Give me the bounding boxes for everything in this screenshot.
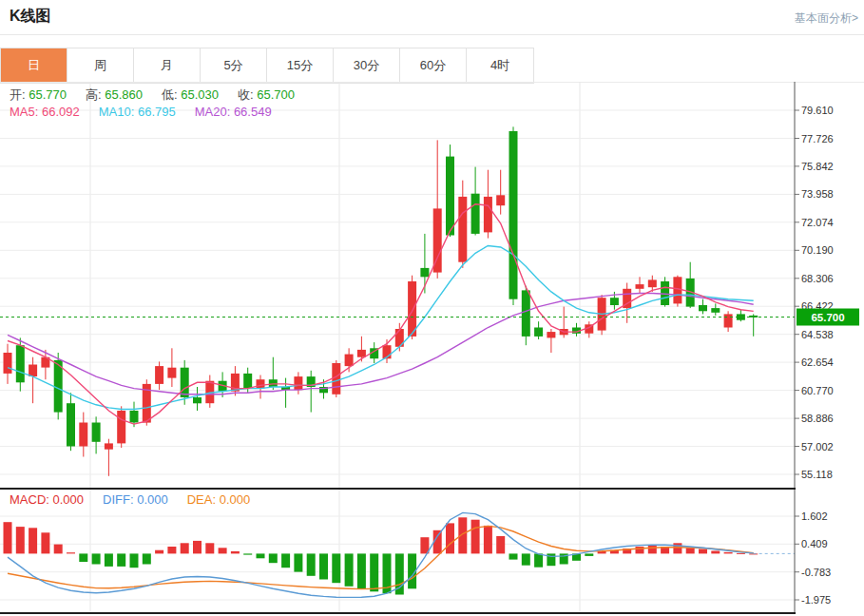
macd-histogram [4,517,758,594]
svg-text:62.654: 62.654 [801,356,834,368]
ohlc-item-0: 开: 65.770 [10,87,67,102]
price-badge: 65.700 [797,309,859,326]
macd-item-2: DEA: 0.000 [187,492,251,507]
ma-item-1: MA10: 66.795 [99,105,176,119]
macd-item-1: DIFF: 0.000 [103,492,168,507]
ohlc-item-3: 收: 65.700 [238,87,295,102]
ma-info-row: MA5: 66.092MA10: 66.795MA20: 66.549 [10,105,291,119]
svg-text:65.700: 65.700 [811,312,844,323]
ma-item-0: MA5: 66.092 [10,105,80,119]
svg-text:60.770: 60.770 [801,385,834,396]
macd-axis-labels: 1.6020.409-0.783-1.975 [801,510,831,606]
svg-text:1.602: 1.602 [801,510,828,522]
y-axis-labels: 79.61077.72675.84273.95872.07470.19068.3… [801,105,834,480]
svg-text:57.002: 57.002 [801,441,834,452]
svg-text:72.074: 72.074 [801,217,834,228]
ohlc-info-row: 开: 65.770高: 65.860低: 65.030收: 65.700 [10,87,314,104]
svg-text:64.538: 64.538 [801,329,834,340]
vertical-gridlines [90,82,580,612]
svg-text:55.118: 55.118 [801,469,833,480]
svg-text:-0.783: -0.783 [801,567,831,578]
ohlc-item-1: 高: 65.860 [86,87,143,102]
svg-text:68.306: 68.306 [801,273,834,284]
ma20-line [8,294,754,395]
ma-item-2: MA20: 66.549 [195,105,272,119]
macd-item-0: MACD: 0.000 [10,492,84,507]
svg-text:73.958: 73.958 [801,188,834,200]
svg-text:75.842: 75.842 [801,161,834,172]
ohlc-item-2: 低: 65.030 [162,87,219,102]
svg-text:77.726: 77.726 [801,133,834,144]
svg-text:79.610: 79.610 [801,105,834,116]
macd-info-row: MACD: 0.000DIFF: 0.000DEA: 0.000 [10,492,269,507]
svg-text:0.409: 0.409 [801,538,828,549]
candles-group [4,126,758,475]
svg-text:70.190: 70.190 [801,244,834,256]
ma5-line [8,204,754,424]
svg-text:58.886: 58.886 [801,413,834,424]
svg-text:-1.975: -1.975 [801,594,831,606]
kline-page: { "header": { "title": "K线图", "link": "基… [0,0,864,616]
